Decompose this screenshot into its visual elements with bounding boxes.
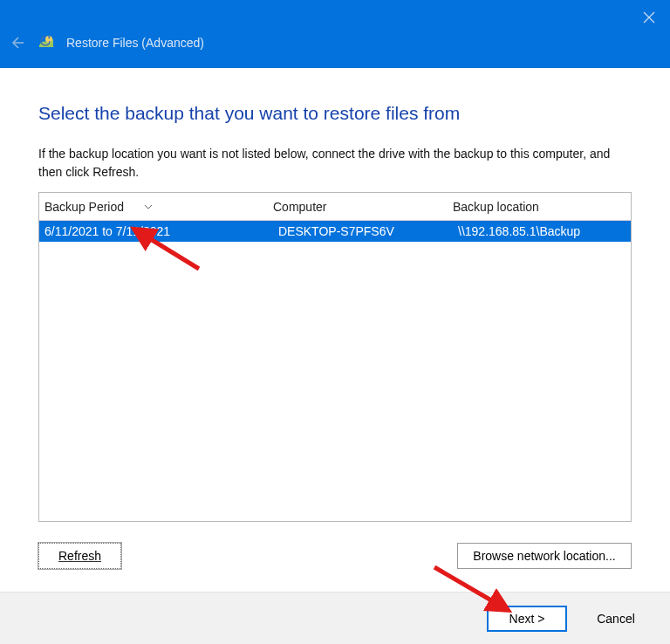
restore-app-icon bbox=[37, 33, 56, 52]
chevron-down-icon bbox=[143, 202, 154, 212]
col-header-period-label: Backup Period bbox=[44, 200, 124, 214]
cell-backup-period: 6/11/2021 to 7/11/2021 bbox=[39, 224, 273, 238]
back-button bbox=[7, 33, 26, 52]
back-arrow-icon bbox=[8, 34, 25, 51]
cell-computer: DESKTOP-S7PFS6V bbox=[273, 224, 453, 238]
dialog-content: Select the backup that you want to resto… bbox=[0, 68, 670, 569]
cell-backup-location: \\192.168.85.1\Backup bbox=[453, 224, 631, 238]
col-header-location-label: Backup location bbox=[453, 200, 539, 214]
cancel-button[interactable]: Cancel bbox=[576, 606, 656, 632]
col-header-computer-label: Computer bbox=[273, 200, 326, 214]
col-header-computer[interactable]: Computer bbox=[273, 200, 453, 214]
close-icon bbox=[643, 11, 655, 24]
table-header-row: Backup Period Computer Backup location bbox=[39, 193, 631, 221]
instructions-text: If the backup location you want is not l… bbox=[38, 145, 632, 182]
next-button[interactable]: Next > bbox=[487, 606, 567, 632]
browse-network-location-button[interactable]: Browse network location... bbox=[457, 543, 632, 569]
mid-button-row: Refresh Browse network location... bbox=[38, 543, 632, 569]
titlebar: Restore Files (Advanced) bbox=[0, 0, 670, 68]
col-header-backup-location[interactable]: Backup location bbox=[453, 200, 631, 214]
window-title: Restore Files (Advanced) bbox=[66, 36, 204, 50]
refresh-button[interactable]: Refresh bbox=[38, 543, 121, 569]
backup-list: Backup Period Computer Backup location 6… bbox=[38, 192, 632, 522]
close-button[interactable] bbox=[640, 9, 658, 26]
dialog-footer: Next > Cancel bbox=[0, 592, 670, 644]
col-header-backup-period[interactable]: Backup Period bbox=[39, 200, 273, 214]
page-title: Select the backup that you want to resto… bbox=[38, 103, 632, 124]
table-row[interactable]: 6/11/2021 to 7/11/2021 DESKTOP-S7PFS6V \… bbox=[39, 221, 631, 242]
